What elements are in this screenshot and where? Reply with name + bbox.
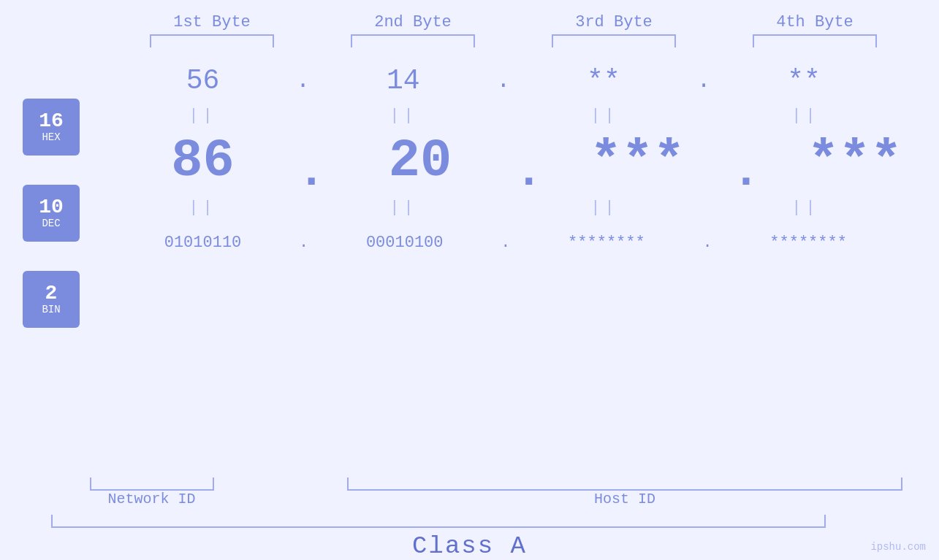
sep-db-3: ||: [504, 199, 705, 217]
class-label: Class A: [412, 532, 527, 560]
sep-hd-4: ||: [705, 107, 906, 125]
top-bracket-4: [753, 34, 877, 47]
top-bracket-1: [150, 34, 274, 47]
hex-data-row: 56 . 14 . ** . **: [102, 55, 939, 106]
dec-b4-cell: ***: [754, 131, 939, 191]
dec-data-row: 86 . 20 . *** . ***: [102, 125, 939, 198]
bin-badge-num: 2: [45, 283, 58, 304]
network-bracket: [90, 477, 214, 491]
bin-b2-cell: 00010100: [304, 234, 505, 252]
byte4-header: 4th Byte: [715, 13, 916, 31]
hex-badge: 16 HEX: [23, 99, 80, 156]
watermark: ipshu.com: [870, 541, 926, 553]
bin-b2-value: 00010100: [366, 234, 444, 252]
dec-b3-cell: ***: [537, 131, 738, 191]
bin-badge-label: BIN: [42, 304, 60, 316]
sep-hd-2: ||: [303, 107, 504, 125]
bin-b1-value: 01010110: [164, 234, 242, 252]
bracket-cell-3: [514, 34, 715, 47]
class-label-row: Class A: [0, 532, 939, 560]
data-columns: 56 . 14 . ** . ** || || || ||: [102, 47, 939, 268]
sep-db-2: ||: [303, 199, 504, 217]
bin-data-row: 01010110 . 00010100 . ******** . *******…: [102, 217, 939, 268]
dec-b3-value: ***: [590, 131, 685, 191]
bin-b3-value: ********: [568, 234, 645, 252]
bin-b4-value: ********: [769, 234, 847, 252]
bin-b3-cell: ********: [506, 234, 707, 252]
sep-hd-1: ||: [102, 107, 303, 125]
bracket-spacer: [252, 477, 259, 491]
class-bracket: [51, 515, 826, 528]
hex-b3-value: **: [587, 65, 620, 96]
main-container: 1st Byte 2nd Byte 3rd Byte 4th Byte 16 H…: [0, 0, 939, 560]
byte1-header: 1st Byte: [112, 13, 313, 31]
byte-headers: 1st Byte 2nd Byte 3rd Byte 4th Byte: [44, 13, 939, 31]
hex-b1-cell: 56: [102, 65, 303, 96]
bin-badge: 2 BIN: [23, 271, 80, 328]
label-column: 16 HEX 10 DEC 2 BIN: [0, 47, 102, 335]
class-bracket-area: [51, 515, 939, 528]
byte3-header: 3rd Byte: [514, 13, 715, 31]
bottom-brackets-area: [51, 477, 939, 491]
bracket-cell-2: [313, 34, 514, 47]
dec-badge: 10 DEC: [23, 185, 80, 242]
top-bracket-2: [351, 34, 475, 47]
hex-b2-cell: 14: [303, 65, 503, 96]
bin-b4-cell: ********: [708, 234, 909, 252]
hex-b4-value: **: [787, 65, 821, 96]
sep-hd-3: ||: [504, 107, 705, 125]
sep-db-1: ||: [102, 199, 303, 217]
sep-db-4: ||: [705, 199, 906, 217]
dec-b2-value: 20: [389, 131, 452, 191]
network-id-label: Network ID: [51, 491, 252, 507]
label-spacer: [252, 491, 259, 507]
hex-b3-cell: **: [503, 65, 704, 96]
hex-b4-cell: **: [704, 65, 905, 96]
hex-badge-num: 16: [39, 111, 64, 131]
top-brackets: [44, 34, 939, 47]
id-label-row: Network ID Host ID: [51, 491, 939, 507]
sep-dec-bin: || || || ||: [102, 198, 939, 217]
network-bracket-container: [51, 477, 252, 491]
hex-b2-value: 14: [387, 65, 420, 96]
dec-b4-value: ***: [807, 131, 902, 191]
dec-b2-cell: 20: [319, 131, 520, 191]
dec-b1-cell: 86: [102, 131, 303, 191]
byte2-header: 2nd Byte: [313, 13, 514, 31]
bin-b1-cell: 01010110: [102, 234, 303, 252]
sep-hex-dec: || || || ||: [102, 106, 939, 125]
host-id-label: Host ID: [259, 491, 939, 507]
hex-badge-label: HEX: [42, 131, 60, 144]
host-bracket: [347, 477, 902, 491]
dec-b1-value: 86: [171, 131, 234, 191]
hex-b1-value: 56: [186, 65, 220, 96]
dec-badge-label: DEC: [42, 218, 60, 230]
top-bracket-3: [552, 34, 676, 47]
bracket-cell-1: [112, 34, 313, 47]
bracket-cell-4: [715, 34, 916, 47]
host-bracket-container: [259, 477, 939, 491]
dec-badge-num: 10: [39, 197, 64, 218]
